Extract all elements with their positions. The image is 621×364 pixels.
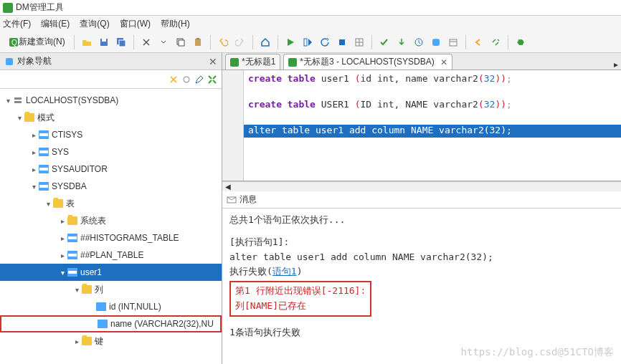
selected-sql-line: alter table user1 add column NAME varcha… [244,125,621,138]
tree-server[interactable]: ▾LOCALHOST(SYSDBA) [0,92,222,109]
messages-panel: 总共1个语句正依次执行... [执行语句1]: alter table user… [222,209,621,364]
history-icon[interactable] [411,34,427,50]
tree-systable[interactable]: ▸系统表 [0,212,222,229]
tree-ctisys[interactable]: ▸CTISYS [0,126,222,143]
menu-help[interactable]: 帮助(H) [161,18,190,30]
editor-scrollbar[interactable]: ◀ [222,181,621,191]
svg-rect-9 [196,38,199,39]
svg-rect-3 [102,39,106,42]
msg-err2: 列[NAME]已存在 [235,299,366,314]
main-toolbar: Q 新建查询(N) [0,32,621,53]
menu-query[interactable]: 查询(Q) [80,18,109,30]
calendar-icon[interactable] [445,34,461,50]
message-icon [227,195,237,205]
step-icon[interactable] [300,34,316,50]
close-tab-icon[interactable]: ✕ [440,57,447,67]
sql-file-icon [230,58,239,67]
nav-edit-icon[interactable] [194,75,204,85]
msg-summary: 总共1个语句正依次执行... [229,213,614,228]
redo-icon[interactable] [232,34,248,50]
tab-untitled3[interactable]: *无标题3 - LOCALHOST(SYSDBA) ✕ [283,54,452,70]
menu-window[interactable]: 窗口(W) [120,18,151,30]
object-tree[interactable]: ▾LOCALHOST(SYSDBA) ▾模式 ▸CTISYS ▸SYS ▸SYS… [0,89,222,364]
watermark: https://blog.csd@51CTO博客 [461,344,614,360]
object-navigator-pane: 对象导航 ✕ ▾LOCALHOST(SYSDBA) ▾模式 ▸CTISYS ▸S… [0,53,222,364]
titlebar: DM管理工具 [0,0,621,16]
tree-sys[interactable]: ▸SYS [0,143,222,161]
navigator-title: 对象导航 [17,55,52,67]
menu-file[interactable]: 文件(F) [3,18,31,30]
stop-icon[interactable] [334,34,350,50]
svg-text:Q: Q [11,39,17,47]
home-icon[interactable] [257,34,273,50]
navigator-header: 对象导航 ✕ [0,53,222,70]
msg-exec-label: [执行语句1]: [229,235,614,250]
arrow-down-icon[interactable] [394,34,409,50]
save-icon[interactable] [96,34,112,50]
msg-footer: 1条语句执行失败 [229,325,614,340]
sql-editor[interactable]: create table user1 (id int, name varchar… [222,70,621,181]
navigator-toolbar [0,70,222,89]
save-all-icon[interactable] [113,34,129,50]
copy-icon[interactable] [173,34,189,50]
msg-fail-link[interactable]: 语句1 [272,266,297,277]
back-icon[interactable] [470,34,486,50]
window-title: DM管理工具 [16,1,64,14]
scroll-right-icon[interactable]: ▸ [614,59,618,70]
tree-columns[interactable]: ▾列 [0,281,222,298]
svg-rect-27 [288,58,297,67]
tree-tables[interactable]: ▾表 [0,195,222,212]
svg-rect-24 [14,97,22,100]
nav-link-icon[interactable] [169,75,179,85]
nav-filter-icon[interactable] [181,75,191,85]
editor-code[interactable]: create table user1 (id int, name varchar… [244,70,621,181]
editor-tabs: *无标题1 *无标题3 - LOCALHOST(SYSDBA) ✕ ▸ [222,53,621,70]
undo-icon[interactable] [215,34,231,50]
tree-col-id[interactable]: ▸id (INT,NULL) [0,298,222,315]
svg-rect-10 [304,39,307,46]
svg-rect-7 [179,40,184,46]
db-icon[interactable] [428,34,444,50]
tree-keys[interactable]: ▸键 [0,332,222,350]
bug-icon[interactable] [513,34,528,50]
svg-rect-17 [450,39,457,46]
tree-sysauditor[interactable]: ▸SYSAUDITOR [0,161,222,178]
dropdown-icon[interactable] [156,34,171,50]
svg-rect-11 [339,39,345,45]
messages-tab[interactable]: 消息 [222,191,621,209]
tree-col-name[interactable]: ▸name (VARCHAR2(32),NU [0,315,222,332]
editor-pane: *无标题1 *无标题3 - LOCALHOST(SYSDBA) ✕ ▸ crea… [222,53,621,364]
new-query-button[interactable]: Q 新建查询(N) [4,34,70,50]
nav-expand-icon[interactable] [207,75,217,85]
cut-icon[interactable] [138,34,154,50]
paste-icon[interactable] [190,34,206,50]
svg-rect-26 [230,58,239,67]
tree-user1[interactable]: ▾user1 [0,264,222,281]
svg-rect-22 [6,58,13,65]
tree-histograms[interactable]: ▸##HISTOGRAMS_TABLE [0,229,222,246]
svg-rect-5 [119,40,125,47]
editor-gutter [222,70,244,181]
run-icon[interactable] [283,34,298,50]
msg-fail: 执行失败(语句1) [229,264,614,279]
msg-err1: 第1 行附近出现错误[-2116]: [235,284,366,299]
tree-sysdba[interactable]: ▾SYSDBA [0,178,222,195]
open-icon[interactable] [79,34,95,50]
svg-point-23 [184,77,189,82]
menu-edit[interactable]: 编辑(E) [41,18,70,30]
app-icon [3,3,13,13]
menubar: 文件(F) 编辑(E) 查询(Q) 窗口(W) 帮助(H) [0,16,621,32]
tree-schema[interactable]: ▾模式 [0,109,222,126]
tab-untitled1[interactable]: *无标题1 [225,54,280,70]
sql-file-icon [288,58,297,67]
check-icon[interactable] [376,34,392,50]
grid-icon[interactable] [351,34,367,50]
svg-rect-8 [195,39,201,46]
close-pane-icon[interactable]: ✕ [209,56,217,67]
svg-rect-25 [14,101,22,103]
link-icon[interactable] [488,34,503,50]
refresh-icon[interactable] [317,34,333,50]
tree-plan[interactable]: ▸##PLAN_TABLE [0,246,222,264]
error-box: 第1 行附近出现错误[-2116]: 列[NAME]已存在 [229,281,371,317]
msg-exec-sql: alter table user1 add column NAME varcha… [229,250,614,265]
